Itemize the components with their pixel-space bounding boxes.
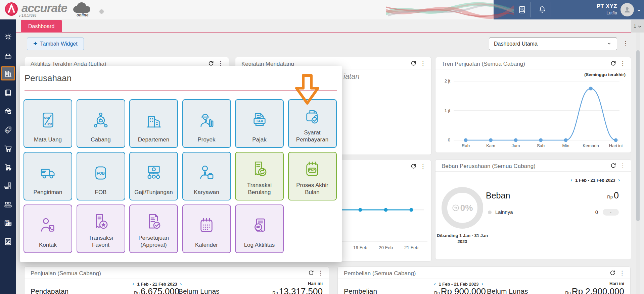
separator <box>531 2 531 17</box>
refresh-icon[interactable] <box>610 163 617 169</box>
version-label: v 1.0.1#393 <box>19 14 36 17</box>
kebab-menu-icon[interactable]: ⋮ <box>420 163 426 170</box>
refresh-icon[interactable] <box>308 270 315 277</box>
gaji-tunjangan-icon <box>144 157 164 189</box>
tile-label: Transaksi Favorit <box>80 234 122 249</box>
tile-transaksi-favorit[interactable]: Transaksi Favorit <box>77 204 125 253</box>
row-value: Rp6.675.000 <box>134 286 179 294</box>
row-value: Rp13.317.500 <box>272 286 323 294</box>
add-widget-button[interactable]: + Tambah Widget <box>27 38 84 50</box>
date-range-label: 1 Feb - 21 Feb 2023 <box>439 282 478 287</box>
sidebar-item-settings[interactable] <box>0 30 16 44</box>
tax-calculator-icon: TAX <box>4 219 12 227</box>
sidebar-item-tax[interactable]: TAX <box>0 216 16 230</box>
dashboard-select[interactable]: Dashboard Utama <box>489 38 617 50</box>
dashboard-options-kebab-icon[interactable]: ⋮ <box>623 40 629 47</box>
next-period-icon[interactable]: › <box>616 177 622 183</box>
log-aktifitas-icon <box>250 210 269 241</box>
sidebar-item-company[interactable] <box>1 66 15 80</box>
help-book-search-icon[interactable] <box>518 5 526 14</box>
proses-akhir-bulan-icon: END <box>303 157 322 182</box>
sidebar-item-purchase[interactable] <box>0 141 16 156</box>
top-header-bar: accurate online v 1.0.1#393 <box>0 0 644 19</box>
legend-row[interactable]: Lainnya 0 - <box>486 209 619 216</box>
tile-cabang[interactable]: Cabang <box>77 99 125 148</box>
kebab-menu-icon[interactable]: ⋮ <box>620 60 626 67</box>
widget-title: Beban Perusahaan (Semua Cabang) <box>442 163 536 170</box>
date-range-nav: ‹ 1 Feb - 21 Feb 2023 › <box>569 177 622 183</box>
sidebar-item-pricing[interactable]: Rp <box>0 123 16 137</box>
tile-label: Proyek <box>198 136 216 143</box>
notification-bell-icon[interactable] <box>538 5 547 14</box>
add-widget-label: Tambah Widget <box>40 41 78 47</box>
svg-text:FOB: FOB <box>97 171 105 175</box>
tile-pengiriman[interactable]: Pengiriman <box>24 152 72 200</box>
refresh-icon[interactable] <box>610 60 617 67</box>
tile-proyek[interactable]: Proyek <box>182 99 231 148</box>
karyawan-icon <box>197 157 216 189</box>
refresh-icon[interactable] <box>609 270 616 277</box>
company-building-icon <box>4 69 12 78</box>
tile-fob[interactable]: FOBFOB <box>77 152 125 200</box>
tile-label: Kalender <box>195 241 218 248</box>
tile-proses-akhir-bulan[interactable]: ENDProses Akhir Bulan <box>288 152 337 200</box>
brand-subtitle: online <box>77 13 88 17</box>
row-label: Pendapatan <box>31 287 68 294</box>
refresh-icon[interactable] <box>410 60 417 67</box>
kebab-menu-icon[interactable]: ⋮ <box>619 270 625 277</box>
sidebar-item-sales-register[interactable] <box>0 48 16 63</box>
sidebar-item-journal[interactable] <box>0 85 16 100</box>
sidebar-item-report[interactable] <box>0 234 16 249</box>
tile-departemen[interactable]: Departemen <box>129 99 178 148</box>
tile-gaji-tunjangan[interactable]: Gaji/Tunjangan <box>129 152 178 200</box>
legend-dot-icon <box>488 211 492 214</box>
tile-syarat-pembayaran[interactable]: Syarat Pembayaran <box>288 99 337 148</box>
transaksi-favorit-icon <box>91 210 110 234</box>
tile-label: Karyawan <box>194 189 219 196</box>
kebab-menu-icon[interactable]: ⋮ <box>420 60 426 67</box>
tile-pajak[interactable]: TAXPajak <box>235 99 284 148</box>
kontak-icon <box>38 210 58 241</box>
prev-period-icon[interactable]: ‹ <box>432 281 438 287</box>
chevron-down-icon <box>637 24 641 28</box>
prev-period-icon[interactable]: ‹ <box>569 177 574 183</box>
beban-donut-center: 0% <box>442 187 483 229</box>
tile-persetujuan[interactable]: Persetujuan (Approval) <box>129 204 178 253</box>
tile-log-aktifitas[interactable]: Log Aktifitas <box>235 204 284 253</box>
account-info[interactable]: PT XYZ Lutfia <box>597 3 617 15</box>
tab-dashboard[interactable]: Dashboard <box>21 20 62 33</box>
svg-text:1 jt: 1 jt <box>445 108 451 113</box>
chevron-down-icon[interactable] <box>637 8 641 13</box>
tile-mata-uang[interactable]: USDIDRMata Uang <box>24 99 72 148</box>
scrollbar-thumb[interactable] <box>636 50 640 221</box>
row-label: Belum Lunas <box>178 287 220 294</box>
dashboard-select-value: Dashboard Utama <box>494 41 538 47</box>
row-label: Pembelian <box>344 287 377 294</box>
period-label: Hari ini <box>308 281 323 286</box>
tile-transaksi-berulang[interactable]: Transaksi Berulang <box>235 152 284 200</box>
prev-period-icon[interactable]: ‹ <box>131 281 136 287</box>
trend-arrow-icon <box>452 204 459 212</box>
kebab-menu-icon[interactable]: ⋮ <box>620 162 626 169</box>
avatar[interactable] <box>620 3 634 16</box>
sidebar-item-cash-bank[interactable] <box>0 104 16 119</box>
company-name: PT XYZ <box>597 3 617 10</box>
svg-text:20 Feb: 20 Feb <box>379 245 393 250</box>
svg-text:0: 0 <box>448 137 450 142</box>
tile-karyawan[interactable]: Karyawan <box>182 152 231 200</box>
date-range-nav: ‹ 1 Feb - 21 Feb 2023 › <box>125 281 189 287</box>
kebab-menu-icon[interactable]: ⋮ <box>318 270 323 277</box>
scrollbar-track[interactable] <box>636 33 640 294</box>
tile-kontak[interactable]: Kontak <box>24 204 72 253</box>
sidebar-item-inventory[interactable] <box>0 160 16 175</box>
svg-text:Hari ini: Hari ini <box>609 143 623 148</box>
panel-underline <box>25 91 337 91</box>
tile-kalender[interactable]: Kalender <box>182 204 231 253</box>
sidebar-item-manufacture[interactable] <box>0 197 16 212</box>
refresh-icon[interactable] <box>410 163 417 170</box>
svg-text:Rab: Rab <box>462 143 470 148</box>
next-period-icon[interactable]: › <box>480 281 485 287</box>
tab-count-selector[interactable]: 1 <box>631 20 644 33</box>
sidebar-item-asset[interactable] <box>0 178 16 193</box>
next-period-icon[interactable]: › <box>178 281 183 287</box>
